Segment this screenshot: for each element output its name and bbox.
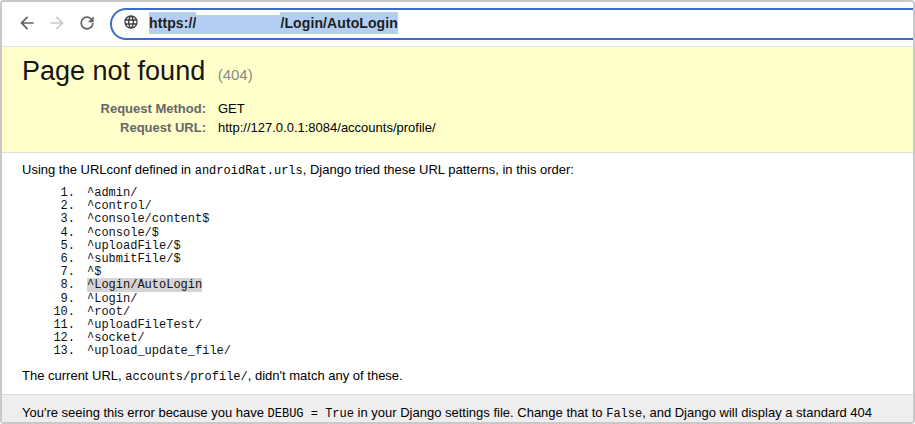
page-title-text: Page not found (22, 56, 205, 86)
url-pattern: ^upload_update_file/ (87, 344, 231, 358)
forward-icon (47, 13, 67, 36)
url-pattern: ^uploadFile/$ (87, 239, 181, 253)
urlconf-info: Using the URLconf defined in androidRat.… (2, 153, 913, 394)
debug-true-code: DEBUG = True (268, 407, 354, 421)
url-pattern: ^admin/ (87, 186, 137, 200)
url-pattern: ^root/ (87, 305, 130, 319)
status-code: (404) (218, 66, 253, 83)
back-button[interactable] (12, 9, 42, 39)
url-pattern: ^$ (87, 265, 101, 279)
url-pattern: ^console/content$ (87, 212, 209, 226)
forward-button[interactable] (42, 9, 72, 39)
current-url-path: accounts/profile/ (125, 370, 247, 384)
url-path: /Login/AutoLogin (280, 12, 397, 34)
globe-icon (123, 14, 149, 34)
urlconf-module: androidRat.urls (195, 164, 303, 178)
request-method-label: Request Method: (22, 99, 206, 118)
url-pattern-item: 6.^submitFile/$ (22, 253, 893, 266)
url-bar[interactable]: https:///Login/AutoLogin (110, 8, 913, 40)
url-pattern-item: 13.^upload_update_file/ (22, 345, 893, 358)
url-pattern: ^submitFile/$ (87, 252, 181, 266)
request-info-table: Request Method: GET Request URL: http://… (22, 99, 436, 137)
url-pattern-item: 9.^Login/ (22, 293, 893, 306)
url-pattern-item: 1.^admin/ (22, 187, 893, 200)
browser-toolbar: https:///Login/AutoLogin (2, 2, 913, 47)
url-pattern: ^control/ (87, 199, 152, 213)
request-url-label: Request URL: (22, 118, 206, 137)
url-pattern-item: 8.^Login/AutoLogin (22, 279, 893, 292)
error-summary: Page not found (404) Request Method: GET… (2, 47, 913, 153)
url-scheme: https:// (149, 12, 196, 34)
explanation-text-1: You're seeing this error because you hav… (22, 405, 268, 420)
browser-window: https:///Login/AutoLogin Page not found … (0, 0, 915, 424)
reload-icon (77, 13, 97, 36)
url-pattern-highlighted: ^Login/AutoLogin (87, 278, 202, 292)
debug-false-code: False (606, 407, 642, 421)
url-pattern-item: 11.^uploadFileTest/ (22, 319, 893, 332)
debug-explanation: You're seeing this error because you hav… (2, 394, 913, 424)
back-icon (17, 13, 37, 36)
url-pattern: ^socket/ (87, 331, 145, 345)
request-method-value: GET (206, 99, 436, 118)
current-url-line: The current URL, accounts/profile/, didn… (22, 367, 893, 386)
request-url-value: http://127.0.0.1:8084/accounts/profile/ (206, 118, 436, 137)
table-row: Request URL: http://127.0.0.1:8084/accou… (22, 118, 436, 137)
reload-button[interactable] (72, 9, 102, 39)
table-row: Request Method: GET (22, 99, 436, 118)
url-redacted-segment (196, 15, 280, 34)
url-pattern: ^uploadFileTest/ (87, 318, 202, 332)
page-title: Page not found (404) (22, 54, 893, 92)
url-text: https:///Login/AutoLogin (149, 15, 398, 34)
url-pattern-list: 1.^admin/2.^control/3.^console/content$4… (22, 187, 893, 359)
url-pattern: ^console/$ (87, 226, 159, 240)
url-pattern: ^Login/ (87, 292, 137, 306)
intro-text-post: , Django tried these URL patterns, in th… (303, 162, 574, 177)
urlconf-intro: Using the URLconf defined in androidRat.… (22, 161, 893, 180)
intro-text-pre: Using the URLconf defined in (22, 162, 195, 177)
explanation-text-2: in your Django settings file. Change tha… (354, 405, 606, 420)
current-url-post: , didn't match any of these. (248, 368, 403, 383)
current-url-pre: The current URL, (22, 368, 125, 383)
